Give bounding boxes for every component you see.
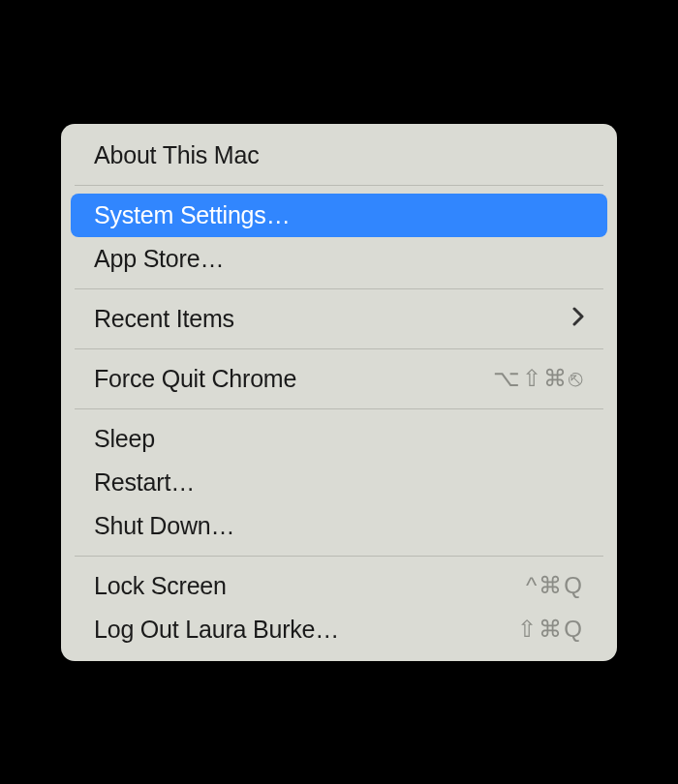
- keyboard-shortcut: ⇧⌘Q: [517, 616, 584, 643]
- menu-item-label: Log Out Laura Burke…: [94, 616, 339, 644]
- menu-item-about-this-mac[interactable]: About This Mac: [71, 134, 607, 177]
- menu-separator: [75, 556, 603, 557]
- menu-item-label: Force Quit Chrome: [94, 365, 296, 393]
- menu-item-label: Recent Items: [94, 305, 234, 333]
- menu-item-label: Lock Screen: [94, 572, 227, 600]
- menu-item-label: App Store…: [94, 245, 224, 273]
- menu-separator: [75, 408, 603, 409]
- menu-item-force-quit[interactable]: Force Quit Chrome ⌥⇧⌘⎋: [71, 357, 607, 401]
- menu-item-label: Shut Down…: [94, 512, 234, 540]
- menu-separator: [75, 288, 603, 289]
- menu-item-log-out[interactable]: Log Out Laura Burke… ⇧⌘Q: [71, 608, 607, 651]
- menu-item-system-settings[interactable]: System Settings…: [71, 194, 607, 237]
- menu-item-label: Restart…: [94, 468, 195, 497]
- menu-item-label: About This Mac: [94, 141, 259, 169]
- chevron-right-icon: [572, 305, 584, 332]
- menu-item-label: Sleep: [94, 425, 155, 453]
- keyboard-shortcut: ^⌘Q: [526, 572, 584, 599]
- apple-menu: About This Mac System Settings… App Stor…: [61, 124, 617, 661]
- menu-item-lock-screen[interactable]: Lock Screen ^⌘Q: [71, 564, 607, 608]
- menu-item-shut-down[interactable]: Shut Down…: [71, 504, 607, 548]
- menu-item-restart[interactable]: Restart…: [71, 461, 607, 504]
- menu-item-recent-items[interactable]: Recent Items: [71, 297, 607, 341]
- keyboard-shortcut: ⌥⇧⌘⎋: [493, 365, 584, 392]
- menu-item-label: System Settings…: [94, 201, 290, 229]
- menu-separator: [75, 348, 603, 349]
- menu-item-app-store[interactable]: App Store…: [71, 237, 607, 281]
- menu-separator: [75, 185, 603, 186]
- menu-item-sleep[interactable]: Sleep: [71, 417, 607, 461]
